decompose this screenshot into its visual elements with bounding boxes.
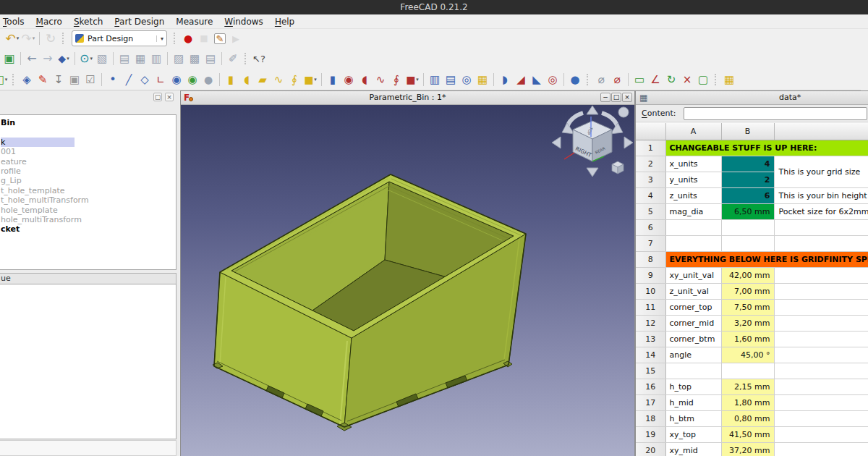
map-sketch-button[interactable]: ↧: [51, 72, 67, 88]
cell-b11[interactable]: 7,50 mm: [721, 299, 774, 315]
cell-c4[interactable]: This is your bin height - 6u is: [774, 187, 868, 203]
subtractive-primitive-button[interactable]: ■▾: [404, 72, 420, 88]
row-header[interactable]: 17: [636, 394, 665, 410]
measure-refresh-button[interactable]: ↻: [663, 72, 679, 88]
view-rear-button[interactable]: ▨: [171, 51, 187, 67]
tree-item[interactable]: Bin: [0, 118, 176, 127]
content-input[interactable]: [684, 107, 867, 120]
measure-button[interactable]: ⌀: [593, 72, 609, 88]
cell-c17[interactable]: [774, 394, 868, 410]
cell-c7[interactable]: [774, 235, 868, 251]
cell-c13[interactable]: [774, 331, 868, 347]
menu-part-design[interactable]: Part Design: [109, 15, 170, 28]
row-header[interactable]: 1: [636, 140, 665, 156]
cell-c11[interactable]: [774, 299, 868, 315]
cell-c6[interactable]: [774, 219, 868, 235]
pad-button[interactable]: ▮: [223, 72, 239, 88]
row-header[interactable]: 8: [636, 251, 665, 267]
cell-a18[interactable]: h_btm: [665, 410, 721, 426]
cell-c10[interactable]: [774, 283, 868, 299]
undo-button[interactable]: ↶▾: [4, 30, 20, 46]
view-top-button[interactable]: ▦: [132, 51, 148, 67]
macro-play-button[interactable]: ▶: [228, 30, 244, 46]
refresh-button[interactable]: ↻: [43, 30, 59, 46]
revolution-button[interactable]: ◖: [239, 72, 255, 88]
cell-a12[interactable]: corner_mid: [665, 315, 721, 331]
cell-b12[interactable]: 3,20 mm: [721, 315, 774, 331]
row-header[interactable]: 14: [636, 347, 665, 363]
cell-c14[interactable]: [774, 347, 868, 363]
additive-pipe-button[interactable]: ∿: [271, 72, 286, 88]
cell-b2[interactable]: 4: [721, 156, 774, 172]
datum-line-button[interactable]: ╱: [121, 72, 137, 88]
cell-a17[interactable]: h_mid: [665, 394, 721, 410]
cell-a10[interactable]: z_unit_val: [665, 283, 721, 299]
row-header[interactable]: 12: [636, 315, 665, 331]
whats-this-button[interactable]: ↖?: [251, 51, 267, 67]
tree-item-selected[interactable]: k: [1, 138, 75, 147]
row-header[interactable]: 10: [636, 283, 665, 299]
sub-shape-binder-button[interactable]: ●: [200, 72, 216, 88]
tree-item[interactable]: hole_multiTransform: [0, 215, 176, 224]
cell-b7[interactable]: [721, 235, 774, 251]
measure-linear-button[interactable]: ▭: [631, 72, 647, 88]
macro-edit-button[interactable]: ✎: [212, 30, 228, 46]
create-body-button[interactable]: ◈: [19, 72, 35, 88]
boolean-operation-button[interactable]: ●: [567, 72, 583, 88]
mirrored-button[interactable]: ▥: [427, 72, 443, 88]
fillet-button[interactable]: ◗: [497, 72, 513, 88]
redo-button[interactable]: ↷▾: [20, 30, 36, 46]
linear-pattern-button[interactable]: ▤: [443, 72, 459, 88]
tree-item[interactable]: t_hole_template: [0, 186, 176, 195]
cell-a20[interactable]: xy_mid: [665, 442, 721, 456]
cell-b6[interactable]: [721, 219, 774, 235]
more-tools-button[interactable]: ◧▾: [0, 72, 9, 88]
spreadsheet-grid[interactable]: AB1CHANGEABLE STUFF IS UP HERE:2x_units4…: [636, 123, 868, 456]
tree-item[interactable]: k: [0, 138, 176, 147]
additive-primitive-button[interactable]: ■▾: [302, 72, 318, 88]
groove-button[interactable]: ◖: [357, 72, 373, 88]
view-front-button[interactable]: ▤: [116, 51, 132, 67]
tree-item[interactable]: 001: [0, 147, 176, 156]
tree-item[interactable]: hole_template: [0, 206, 176, 215]
cell-c12[interactable]: [774, 315, 868, 331]
measure-distance-button[interactable]: ✐: [225, 51, 241, 67]
column-header[interactable]: [774, 123, 868, 140]
sketcher-tools-button[interactable]: ▦: [721, 72, 737, 88]
view-isometric-button[interactable]: ◆▾: [56, 51, 72, 67]
row-header[interactable]: 18: [636, 410, 665, 426]
view-left-button[interactable]: ▤: [203, 51, 218, 67]
view-forward-button[interactable]: →: [40, 51, 56, 67]
menu-measure[interactable]: Measure: [170, 15, 218, 28]
view-back-button[interactable]: ←: [24, 51, 40, 67]
measure-toggle-3d-button[interactable]: ▢: [695, 72, 711, 88]
subtractive-pipe-button[interactable]: ∿: [373, 72, 388, 88]
row-header[interactable]: 7: [636, 235, 665, 251]
banner-cell[interactable]: EVERYTHING BELOW HERE IS GRIDFINITY SPEC…: [665, 251, 868, 267]
measure-clear-button[interactable]: ⌀: [609, 72, 625, 88]
view3d-titlebar[interactable]: F Parametric_Bin : 1* − □ ×: [181, 91, 634, 105]
corner-header[interactable]: [636, 123, 665, 140]
view-axonometric-button[interactable]: ▧: [94, 51, 110, 67]
cell-c16[interactable]: [774, 379, 868, 394]
cell-a5[interactable]: mag_dia: [665, 203, 721, 219]
cell-b18[interactable]: 0,80 mm: [721, 410, 774, 426]
window-close-button[interactable]: ×: [622, 93, 632, 102]
view-bottom-button[interactable]: ▩: [187, 51, 203, 67]
row-header[interactable]: 4: [636, 187, 665, 203]
tree-item[interactable]: t_hole_multiTransform: [0, 195, 176, 205]
macro-record-button[interactable]: ●: [180, 30, 196, 46]
row-header[interactable]: 5: [636, 203, 665, 219]
shape-binder-button[interactable]: ◉: [169, 72, 184, 88]
view-right-button[interactable]: ▥: [148, 51, 164, 67]
row-header[interactable]: 9: [636, 267, 665, 283]
cell-a13[interactable]: corner_btm: [665, 331, 721, 347]
cell-b9[interactable]: 42,00 mm: [721, 267, 774, 283]
cell-c5[interactable]: Pocket size for 6x2mm magn: [774, 203, 868, 219]
row-header[interactable]: 19: [636, 426, 665, 442]
cell-a4[interactable]: z_units: [665, 187, 721, 203]
cell-a9[interactable]: xy_unit_val: [665, 267, 721, 283]
cell-c15[interactable]: [774, 363, 868, 379]
cell-b10[interactable]: 7,00 mm: [721, 283, 774, 299]
cell-a3[interactable]: y_units: [665, 172, 721, 187]
